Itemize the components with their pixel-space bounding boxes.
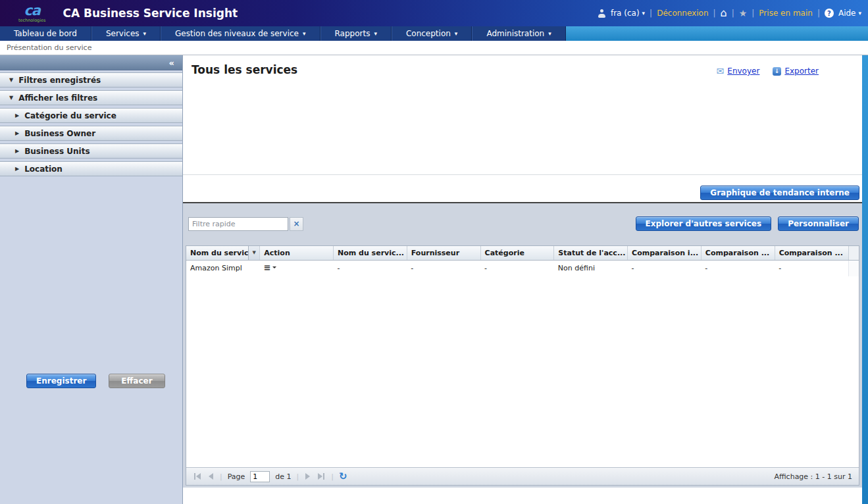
breadcrumb: Présentation du service — [0, 41, 868, 55]
column-header-7[interactable]: Comparaison ... — [701, 246, 775, 260]
sidebar-section-4[interactable]: ▶Business Units — [0, 143, 182, 159]
explore-other-services-button[interactable]: Explorer d'autres services — [636, 216, 772, 231]
row-action-menu-icon[interactable]: ≡ — [264, 264, 276, 272]
cell-4: - — [480, 261, 554, 276]
getting-started-link[interactable]: Prise en main — [759, 9, 813, 18]
triangle-right-icon: ▶ — [15, 166, 19, 172]
nav-item-3[interactable]: Rapports▾ — [320, 26, 392, 41]
cell-1[interactable]: ≡ — [260, 261, 334, 276]
export-link[interactable]: ↓ Exporter — [773, 66, 819, 76]
sidebar-section-2[interactable]: ▶Catégorie du service — [0, 108, 182, 123]
cell-0: Amazon Simpl — [186, 261, 260, 276]
chevron-down-icon: ▾ — [642, 10, 646, 16]
toolbar-buttons: Explorer d'autres services Personnaliser — [636, 216, 859, 231]
nav-item-0[interactable]: Tableau de bord — [0, 26, 91, 41]
right-edge-strip — [862, 55, 868, 504]
column-menu-button[interactable]: ▼ — [248, 246, 259, 260]
previous-page-button[interactable] — [207, 472, 215, 481]
column-header-2[interactable]: Nom du servic... — [334, 246, 407, 260]
column-header-label: Action — [264, 249, 290, 257]
chevron-down-icon: ▾ — [858, 10, 861, 16]
column-header-3[interactable]: Fournisseur — [407, 246, 480, 260]
column-header-label: Statut de l'acc... — [558, 249, 625, 257]
help-icon[interactable]: ? — [825, 9, 834, 18]
sidebar-section-0[interactable]: ▼Filtres enregistrés — [0, 72, 182, 88]
page-title: Tous les services — [191, 63, 297, 76]
sidebar-collapse-bar: « — [0, 55, 182, 70]
logout-link[interactable]: Déconnexion — [657, 9, 708, 18]
nav-item-label: Conception — [406, 29, 451, 38]
internal-trend-chart-button[interactable]: Graphique de tendance interne — [700, 186, 859, 200]
favorites-star-icon[interactable]: ★ — [739, 9, 748, 18]
column-header-5[interactable]: Statut de l'acc... — [554, 246, 628, 260]
help-menu[interactable]: Aide ▾ — [838, 9, 861, 18]
column-header-label: Comparaison i... — [632, 249, 698, 257]
home-icon[interactable]: ⌂ — [721, 8, 727, 18]
column-header-label: Comparaison ... — [779, 249, 843, 257]
triangle-right-icon: ▶ — [15, 113, 19, 118]
sidebar-section-label: Business Units — [24, 147, 89, 156]
column-header-4[interactable]: Catégorie — [480, 246, 554, 260]
filters-sidebar: « ▼Filtres enregistrés▼Afficher les filt… — [0, 55, 183, 504]
nav-item-5[interactable]: Administration▾ — [472, 26, 565, 41]
sort-caret-icon: ▼ — [253, 250, 256, 255]
separator — [650, 9, 652, 18]
nav-row: Tableau de bordServices▾Gestion des nive… — [0, 26, 868, 41]
page-number-input[interactable] — [250, 471, 270, 482]
user-menu[interactable]: fra (ca) ▾ — [611, 9, 645, 18]
nav-item-4[interactable]: Conception▾ — [392, 26, 472, 41]
next-page-button[interactable] — [304, 472, 311, 481]
clear-filter-button[interactable]: Effacer — [109, 374, 165, 388]
sidebar-section-5[interactable]: ▶Location — [0, 161, 182, 176]
ca-logo-subtext: technologies — [18, 18, 45, 23]
top-links: ✉ Envoyer ↓ Exporter — [717, 63, 819, 76]
separator — [752, 9, 754, 18]
pagination-bar: Page de 1 ↻ Affichage : 1 - 1 sur 1 — [186, 467, 859, 485]
sidebar-sections: ▼Filtres enregistrés▼Afficher les filtre… — [0, 72, 182, 176]
help-menu-label: Aide — [838, 9, 856, 18]
services-table-body: Amazon Simpl≡---Non défini--- — [186, 261, 859, 276]
main-content: Tous les services ✉ Envoyer ↓ Exporter G… — [183, 55, 862, 504]
column-header-0[interactable]: Nom du servic▼ — [186, 246, 260, 260]
page: ca technologies CA Business Service Insi… — [0, 0, 868, 504]
nav-item-2[interactable]: Gestion des niveaux de service▾ — [161, 26, 320, 41]
nav-item-1[interactable]: Services▾ — [91, 26, 161, 41]
first-page-button[interactable] — [193, 472, 202, 481]
app-header: ca technologies CA Business Service Insi… — [0, 0, 868, 26]
nav-item-label: Tableau de bord — [14, 29, 77, 38]
customize-button[interactable]: Personnaliser — [778, 216, 859, 231]
nav-item-label: Gestion des niveaux de service — [175, 29, 299, 38]
cell-6: - — [628, 261, 702, 276]
chevron-down-icon: ▾ — [303, 30, 306, 37]
last-page-button[interactable] — [317, 472, 326, 481]
collapse-sidebar-icon[interactable]: « — [169, 58, 174, 68]
send-link[interactable]: ✉ Envoyer — [717, 66, 760, 76]
column-header-label: Comparaison ... — [705, 249, 769, 257]
separator — [713, 9, 715, 18]
user-icon — [598, 9, 606, 18]
triangle-right-icon: ▶ — [15, 148, 19, 154]
quick-filter-input[interactable] — [188, 217, 288, 231]
sidebar-section-1[interactable]: ▼Afficher les filtres — [0, 90, 182, 105]
column-header-1[interactable]: Action — [260, 246, 334, 260]
save-filter-button[interactable]: Enregistrer — [26, 374, 96, 388]
sidebar-section-3[interactable]: ▶Business Owner — [0, 126, 182, 141]
ca-logo: ca technologies — [18, 4, 45, 23]
sidebar-section-label: Business Owner — [24, 129, 95, 138]
clear-filter-icon[interactable]: × — [290, 217, 303, 231]
nav-bar: Tableau de bordServices▾Gestion des nive… — [0, 26, 566, 41]
grid-toolbar: × Explorer d'autres services Personnalis… — [183, 203, 862, 231]
column-header-8[interactable]: Comparaison ... — [775, 246, 848, 260]
display-count-label: Affichage : 1 - 1 sur 1 — [774, 472, 852, 481]
table-row[interactable]: Amazon Simpl≡---Non défini--- — [186, 261, 859, 276]
sidebar-section-label: Catégorie du service — [24, 111, 116, 120]
services-panel: × Explorer d'autres services Personnalis… — [183, 203, 862, 488]
sidebar-section-label: Afficher les filtres — [18, 93, 97, 103]
column-header-6[interactable]: Comparaison i... — [628, 246, 702, 260]
nav-item-label: Administration — [486, 29, 544, 38]
refresh-icon[interactable]: ↻ — [339, 472, 347, 482]
cell-7: - — [701, 261, 775, 276]
scrollbar-spacer — [848, 246, 859, 260]
page-count-label: de 1 — [275, 472, 291, 481]
grid-rows: Amazon Simpl≡---Non défini--- — [186, 261, 859, 468]
